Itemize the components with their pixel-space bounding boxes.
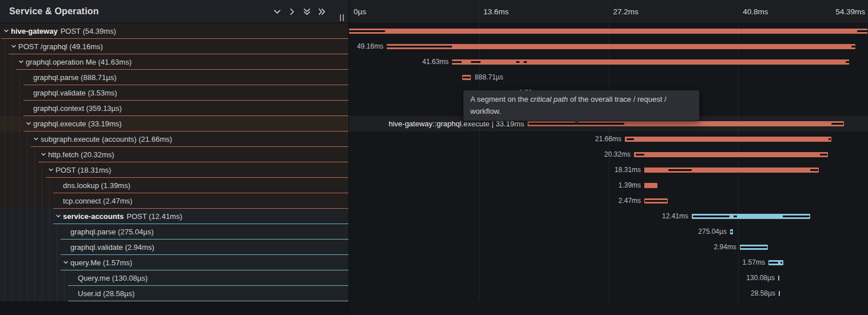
chevron-down-icon[interactable] [63, 260, 70, 265]
span-bar-row[interactable]: 1.39ms [349, 178, 868, 193]
span-bar-row[interactable]: 21.66ms [349, 131, 868, 147]
span-name-wrapper: graphql.execute (33.19ms) [23, 116, 348, 131]
critical-path-segment[interactable] [693, 216, 730, 217]
column-resize-handle[interactable] [340, 14, 344, 21]
critical-path-segment[interactable] [857, 30, 867, 32]
span-bar-row[interactable] [349, 23, 868, 39]
span-name-row[interactable]: hive-gatewayPOST (54.39ms) [0, 23, 348, 39]
critical-path-segment[interactable] [627, 138, 634, 140]
chevron-down-icon[interactable] [3, 28, 11, 34]
span-label: http.fetch (20.32ms) [48, 150, 114, 159]
span-bar[interactable] [452, 59, 849, 65]
critical-path-segment[interactable] [387, 46, 452, 47]
timeline-tick-label: 40.8ms [743, 0, 768, 23]
critical-path-segment[interactable] [349, 30, 385, 32]
critical-path-segment[interactable] [636, 154, 644, 155]
span-bar-row[interactable]: 12.41ms [349, 209, 868, 224]
span-bar-row[interactable]: 1.57ms [349, 255, 868, 270]
span-name-row[interactable]: dns.lookup (1.39ms) [0, 178, 348, 193]
indent-guide [19, 224, 20, 240]
critical-path-segment[interactable] [734, 216, 737, 217]
indent-guide [12, 101, 13, 116]
critical-path-segment[interactable] [783, 216, 810, 217]
span-name-row[interactable]: graphql.parse (275.04µs) [0, 224, 348, 240]
span-bar[interactable] [779, 291, 780, 296]
span-name-row[interactable]: tcp.connect (2.47ms) [0, 193, 348, 209]
chevron-down-icon[interactable] [11, 43, 18, 49]
critical-path-segment[interactable] [831, 123, 843, 125]
span-name-row[interactable]: POST /graphql (49.16ms) [0, 39, 348, 54]
critical-path-segment[interactable] [645, 200, 667, 202]
span-name-row[interactable]: graphql.parse (888.71µs) [0, 70, 348, 85]
timeline-tick-label: 54.39ms [835, 0, 865, 23]
timeline-rows: 49.16ms41.63ms888.71µs3.53ms359.13µshive… [349, 23, 868, 301]
indent-guide [27, 193, 27, 209]
span-bar-row[interactable]: 28.58µs [349, 286, 868, 301]
span-name-row[interactable]: query.Me (1.57ms) [0, 255, 348, 270]
critical-path-segment[interactable] [668, 169, 692, 171]
indent-guide [49, 255, 50, 270]
span-name-row[interactable]: Query.me (130.08µs) [0, 270, 348, 286]
span-bar[interactable] [349, 29, 867, 34]
critical-path-segment[interactable] [471, 61, 481, 63]
span-name-column: Service & Operation hive-gatewayPOST (54… [0, 0, 349, 315]
span-bar-row[interactable]: 18.31ms [349, 162, 868, 178]
span-bar-row[interactable]: 2.94ms [349, 240, 868, 255]
span-bar-row[interactable]: 41.63ms [349, 54, 868, 70]
double-chevron-right-icon[interactable] [314, 4, 329, 19]
critical-path-segment[interactable] [740, 246, 767, 248]
chevron-down-icon[interactable] [41, 151, 48, 157]
chevron-down-icon[interactable] [26, 121, 33, 126]
span-bar[interactable] [644, 183, 657, 188]
indent-guide [19, 209, 20, 224]
span-bar-row[interactable]: 20.32ms [349, 147, 868, 162]
span-bar-row[interactable]: 275.04µs [349, 224, 868, 240]
chevron-right-icon[interactable] [284, 4, 299, 19]
chevron-down-icon[interactable] [18, 59, 26, 65]
critical-path-segment[interactable] [820, 154, 827, 155]
chevron-down-icon[interactable] [269, 4, 284, 19]
double-chevron-down-icon[interactable] [299, 4, 314, 19]
span-name-wrapper: hive-gatewayPOST (54.39ms) [1, 23, 348, 39]
span-bar-row[interactable]: 2.47ms [349, 193, 868, 209]
chevron-down-icon[interactable] [33, 136, 41, 142]
indent-guide [34, 286, 35, 301]
chevron-down-icon[interactable] [56, 213, 63, 219]
span-name-row[interactable]: graphql.validate (2.94ms) [0, 240, 348, 255]
span-name-row[interactable]: graphql.validate (3.53ms) [0, 85, 348, 101]
indent-guide [42, 270, 42, 286]
span-name-row[interactable]: subgraph.execute (accounts) (21.66ms) [0, 131, 348, 147]
span-bar[interactable] [634, 152, 827, 157]
critical-path-segment[interactable] [810, 169, 818, 171]
span-label: dns.lookup (1.39ms) [63, 181, 130, 190]
critical-path-segment[interactable] [524, 61, 527, 63]
span-name-row[interactable]: POST (18.31ms) [0, 162, 348, 178]
critical-path-segment[interactable] [829, 138, 831, 140]
critical-path-segment[interactable] [516, 61, 520, 63]
critical-path-segment[interactable] [851, 46, 855, 47]
critical-path-segment[interactable] [452, 61, 462, 63]
critical-path-segment[interactable] [846, 61, 849, 63]
span-name-row[interactable]: graphql.operation Me (41.63ms) [0, 54, 348, 70]
span-duration-label: 130.08µs [746, 270, 775, 286]
chevron-down-icon[interactable] [48, 167, 56, 173]
span-name-row[interactable]: http.fetch (20.32ms) [0, 147, 348, 162]
span-bar-row[interactable]: 888.71µs [349, 70, 868, 85]
critical-path-segment[interactable] [731, 231, 732, 233]
indent-guide [27, 131, 27, 147]
span-bar[interactable] [387, 44, 855, 49]
span-bar-row[interactable]: 130.08µs [349, 270, 868, 286]
span-name-row[interactable]: service-accountsPOST (12.41ms) [0, 209, 348, 224]
indent-guide [19, 70, 20, 85]
span-bar[interactable] [778, 276, 779, 281]
indent-guide [19, 286, 20, 301]
critical-path-segment[interactable] [769, 262, 778, 264]
span-name-rows: hive-gatewayPOST (54.39ms)POST /graphql … [0, 23, 348, 301]
span-name-row[interactable]: User.id (28.58µs) [0, 286, 348, 301]
span-name-row[interactable]: graphql.execute (33.19ms) [0, 116, 348, 131]
span-bar-row[interactable]: 49.16ms [349, 39, 868, 54]
critical-path-segment[interactable] [463, 77, 470, 78]
span-bar[interactable] [625, 137, 831, 142]
span-name-row[interactable]: graphql.context (359.13µs) [0, 101, 348, 116]
span-label: graphql.validate (2.94ms) [70, 243, 154, 252]
